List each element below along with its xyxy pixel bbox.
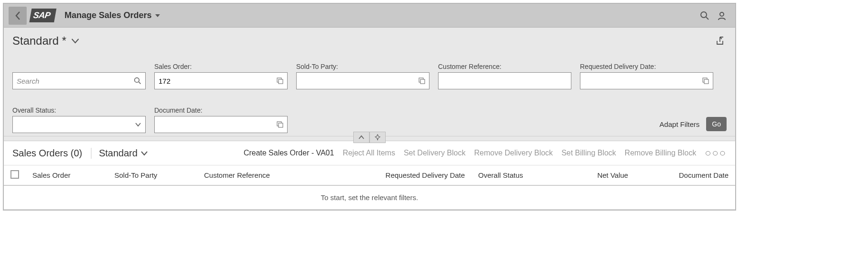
value-help-icon[interactable] xyxy=(702,77,709,84)
chevron-down-icon xyxy=(140,150,148,156)
select-all-checkbox[interactable] xyxy=(10,170,19,179)
variant-name: Standard * xyxy=(12,34,66,48)
share-icon[interactable] xyxy=(713,34,727,48)
pin-filter-button[interactable] xyxy=(369,132,386,143)
remove-delivery-block-button[interactable]: Remove Delivery Block xyxy=(474,149,553,157)
filter-bar: Sales Order: Sold-To Party: Customer Ref… xyxy=(4,53,735,136)
col-net-value[interactable]: Net Value xyxy=(564,165,635,186)
svg-rect-8 xyxy=(420,79,425,84)
back-button[interactable] xyxy=(9,7,27,25)
col-customer-ref[interactable]: Customer Reference xyxy=(197,165,323,186)
shell-bar: SAP Manage Sales Orders xyxy=(4,4,735,28)
go-button[interactable]: Go xyxy=(706,117,727,131)
collapse-filter-button[interactable] xyxy=(353,132,369,143)
svg-rect-6 xyxy=(279,79,283,84)
customer-ref-input[interactable] xyxy=(442,77,567,85)
svg-rect-10 xyxy=(704,79,708,84)
svg-point-0 xyxy=(701,12,707,18)
col-overall-status[interactable]: Overall Status xyxy=(471,165,564,186)
app-title-dropdown[interactable]: Manage Sales Orders xyxy=(65,10,160,20)
sales-order-input[interactable] xyxy=(159,77,274,85)
value-help-icon[interactable] xyxy=(277,121,283,128)
chevron-down-icon[interactable] xyxy=(135,122,141,127)
req-delivery-input[interactable] xyxy=(584,77,699,85)
overall-status-label: Overall Status: xyxy=(12,106,146,114)
empty-message: To start, set the relevant filters. xyxy=(4,185,735,210)
doc-date-label: Document Date: xyxy=(154,106,288,114)
adapt-filters-button[interactable]: Adapt Filters xyxy=(659,120,699,128)
svg-line-4 xyxy=(139,82,140,84)
app-title-text: Manage Sales Orders xyxy=(65,10,152,20)
chevron-down-icon xyxy=(71,38,80,44)
set-billing-block-button[interactable]: Set Billing Block xyxy=(561,149,616,157)
col-sales-order[interactable]: Sales Order xyxy=(26,165,108,186)
variant-selector[interactable]: Standard * xyxy=(12,34,80,48)
user-icon[interactable] xyxy=(713,7,730,24)
col-sold-to[interactable]: Sold-To Party xyxy=(108,165,197,186)
req-delivery-label: Requested Delivery Date: xyxy=(580,63,713,70)
reject-all-button[interactable]: Reject All Items xyxy=(343,149,395,157)
sold-to-label: Sold-To Party: xyxy=(296,63,429,70)
remove-billing-block-button[interactable]: Remove Billing Block xyxy=(625,149,696,157)
set-delivery-block-button[interactable]: Set Delivery Block xyxy=(404,149,466,157)
svg-line-1 xyxy=(706,17,708,19)
overflow-button[interactable]: ○○○ xyxy=(705,147,727,159)
doc-date-input[interactable] xyxy=(159,121,274,129)
filter-collapse-row xyxy=(4,136,735,141)
sales-order-label: Sales Order: xyxy=(154,63,288,70)
caret-down-icon xyxy=(155,13,160,18)
variant-header: Standard * xyxy=(4,28,735,53)
search-input-wrap xyxy=(12,72,146,89)
overall-status-select[interactable] xyxy=(17,121,132,129)
svg-point-3 xyxy=(135,78,140,83)
sales-orders-table: Sales Order Sold-To Party Customer Refer… xyxy=(4,165,735,210)
value-help-icon[interactable] xyxy=(419,77,425,84)
svg-rect-12 xyxy=(279,123,283,127)
table-variant-label: Standard xyxy=(99,148,138,159)
search-icon[interactable] xyxy=(134,77,141,85)
sap-logo: SAP xyxy=(29,9,56,22)
create-sales-order-button[interactable]: Create Sales Order - VA01 xyxy=(244,149,334,157)
sold-to-input[interactable] xyxy=(300,77,416,85)
customer-ref-label: Customer Reference: xyxy=(438,63,571,70)
table-empty-row: To start, set the relevant filters. xyxy=(4,185,735,210)
svg-point-2 xyxy=(720,12,724,16)
search-input[interactable] xyxy=(17,77,131,85)
col-req-delivery[interactable]: Requested Delivery Date xyxy=(324,165,472,186)
table-toolbar: Sales Orders (0) Standard Create Sales O… xyxy=(4,141,735,165)
search-icon[interactable] xyxy=(696,7,713,24)
table-title: Sales Orders (0) xyxy=(12,148,82,159)
table-variant-selector[interactable]: Standard xyxy=(91,148,148,159)
col-doc-date[interactable]: Document Date xyxy=(635,165,735,186)
value-help-icon[interactable] xyxy=(277,77,283,84)
